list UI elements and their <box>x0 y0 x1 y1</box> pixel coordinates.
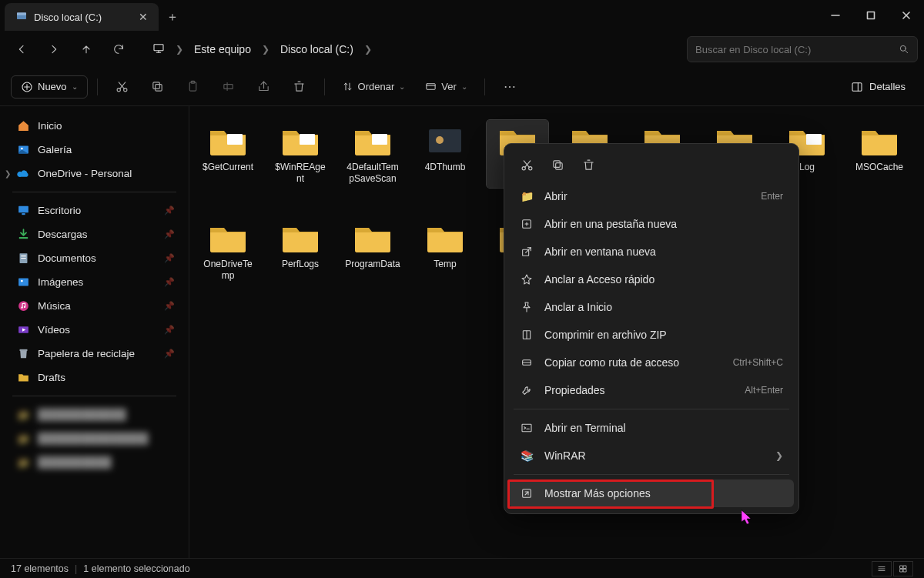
close-tab-icon[interactable]: ✕ <box>139 11 148 23</box>
sidebar-item-label: Vídeos <box>38 324 70 336</box>
tab-title: Disco local (C:) <box>34 12 102 23</box>
sidebar-item[interactable]: 📁████████████ <box>3 403 186 426</box>
ctx-show-more[interactable]: Mostrar Más opciones <box>509 479 794 507</box>
ctx-delete-button[interactable] <box>578 155 598 175</box>
folder-icon <box>207 123 249 157</box>
folder-item[interactable]: ProgramData <box>342 217 403 285</box>
folder-label: OneDriveTemp <box>200 259 256 282</box>
search-input[interactable] <box>695 44 892 55</box>
folder-item[interactable]: $WinREAgent <box>270 120 331 188</box>
svg-rect-3 <box>868 12 875 19</box>
minimize-button[interactable] <box>818 0 853 31</box>
wrench-icon <box>520 383 534 397</box>
sidebar-item-label: Drafts <box>38 372 65 383</box>
copy-button[interactable] <box>142 73 173 101</box>
folder-icon <box>424 123 466 157</box>
folder-item[interactable]: 4DThumb <box>414 120 476 188</box>
sidebar-item[interactable]: Música📌 <box>3 294 186 318</box>
pin-icon <box>520 272 534 286</box>
sidebar-item[interactable]: 📁██████████ <box>3 450 186 474</box>
paste-button[interactable] <box>178 73 209 101</box>
search-box[interactable] <box>687 36 918 62</box>
folder-item[interactable]: OneDriveTemp <box>197 217 259 285</box>
svg-line-10 <box>906 51 908 53</box>
svg-rect-54 <box>553 160 560 167</box>
ctx-pin-start[interactable]: Anclar a Inicio <box>509 293 794 321</box>
folder-item[interactable]: $GetCurrent <box>197 120 259 188</box>
delete-button[interactable] <box>284 73 315 101</box>
details-pane-button[interactable]: Detalles <box>843 76 913 98</box>
title-bar: Disco local (C:) ✕ ＋ <box>0 0 924 31</box>
breadcrumb-drive[interactable]: Disco local (C:) <box>274 38 360 60</box>
ctx-open-new-window[interactable]: Abrir en ventana nueva <box>509 238 794 266</box>
sidebar-item[interactable]: 📁███████████████ <box>3 426 186 450</box>
breadcrumb-pc-icon[interactable] <box>146 38 171 62</box>
folder-icon <box>280 220 321 254</box>
svg-point-39 <box>21 307 22 309</box>
folder-label: Log <box>799 162 815 173</box>
svg-rect-44 <box>300 134 315 145</box>
sidebar-item[interactable]: Imágenes📌 <box>3 270 186 294</box>
ctx-terminal[interactable]: Abrir en Terminal <box>509 414 794 442</box>
sidebar-item[interactable]: Descargas📌 <box>3 222 186 246</box>
chevron-right-icon: ❯ <box>262 44 270 55</box>
new-button[interactable]: Nuevo ⌄ <box>11 75 88 99</box>
tab-active[interactable]: Disco local (C:) ✕ <box>5 3 159 31</box>
svg-rect-42 <box>20 349 28 351</box>
sidebar-item-cloud[interactable]: ❯OneDrive - Personal <box>3 162 186 185</box>
refresh-button[interactable] <box>103 35 134 63</box>
sidebar-item-label: Inicio <box>38 120 62 132</box>
more-icon <box>520 486 534 500</box>
close-button[interactable] <box>889 0 924 31</box>
ctx-properties[interactable]: Propiedades Alt+Enter <box>509 376 794 404</box>
ctx-open-new-tab[interactable]: Abrir en una pestaña nueva <box>509 210 794 238</box>
ctx-copy-path[interactable]: Copiar como ruta de acceso Ctrl+Shift+C <box>509 349 794 376</box>
folder-item[interactable]: PerfLogs <box>270 217 331 285</box>
folder-icon <box>424 220 466 254</box>
ctx-zip[interactable]: Comprimir en archivo ZIP <box>509 321 794 349</box>
status-count: 17 elementos <box>11 563 69 574</box>
view-grid-button[interactable] <box>893 561 913 576</box>
status-bar: 17 elementos | 1 elemento seleccionado <box>0 558 924 578</box>
window-controls <box>818 0 924 31</box>
sidebar-item[interactable]: Documentos📌 <box>3 246 186 270</box>
ctx-open[interactable]: 📁 Abrir Enter <box>509 182 794 210</box>
ctx-winrar[interactable]: 📚 WinRAR ❯ <box>509 442 794 469</box>
folder-item[interactable]: 4DefaultTempSaveScan <box>342 120 403 188</box>
back-button[interactable] <box>6 35 37 63</box>
cut-button[interactable] <box>107 73 138 101</box>
sidebar-item-gallery[interactable]: Galería <box>3 138 186 162</box>
doc-icon <box>17 252 30 265</box>
breadcrumb-computer[interactable]: Este equipo <box>188 38 257 60</box>
sidebar-item-home[interactable]: Inicio <box>3 114 186 138</box>
copy-path-icon <box>520 356 534 369</box>
maximize-button[interactable] <box>853 0 889 31</box>
ctx-copy-button[interactable] <box>547 155 567 175</box>
download-icon <box>17 228 30 241</box>
view-button[interactable]: Ver ⌄ <box>417 76 475 97</box>
svg-line-52 <box>524 160 529 167</box>
sort-button[interactable]: Ordenar ⌄ <box>334 76 413 97</box>
winrar-icon: 📚 <box>520 449 534 463</box>
content-area[interactable]: $GetCurrent $WinREAgent 4DefaultTempSave… <box>189 106 924 558</box>
status-selected: 1 elemento seleccionado <box>83 563 189 574</box>
up-button[interactable] <box>71 35 102 63</box>
more-button[interactable]: ⋯ <box>494 73 525 101</box>
rename-button[interactable] <box>213 73 244 101</box>
folder-item[interactable]: MSOCache <box>849 120 910 188</box>
folder-icon <box>859 123 900 157</box>
sidebar-item[interactable]: Vídeos📌 <box>3 318 186 342</box>
view-list-button[interactable] <box>872 561 892 576</box>
share-button[interactable] <box>249 73 280 101</box>
svg-rect-19 <box>153 82 160 89</box>
ctx-pin-quick[interactable]: Anclar a Acceso rápido <box>509 266 794 293</box>
new-tab-button[interactable]: ＋ <box>159 3 186 31</box>
sidebar-item[interactable]: Drafts <box>3 366 186 389</box>
sidebar-item[interactable]: Papelera de reciclaje📌 <box>3 342 186 366</box>
sidebar-item[interactable]: Escritorio📌 <box>3 199 186 222</box>
pin-icon: 📌 <box>164 205 175 215</box>
ctx-cut-button[interactable] <box>517 155 537 175</box>
folder-label: 4DefaultTempSaveScan <box>345 162 400 185</box>
forward-button[interactable] <box>38 35 69 63</box>
folder-item[interactable]: Temp <box>414 217 476 285</box>
